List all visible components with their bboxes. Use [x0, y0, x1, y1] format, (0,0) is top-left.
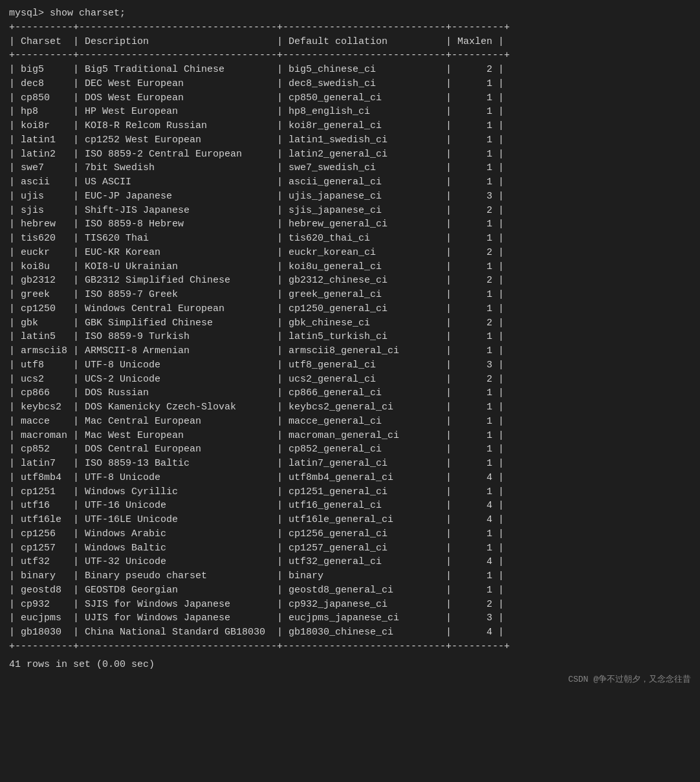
table-row: | latin7 | ISO 8859-13 Baltic | latin7_g…: [9, 457, 691, 471]
terminal: mysql> show charset; +----------+-------…: [9, 6, 691, 686]
table-row: | cp1250 | Windows Central European | cp…: [9, 302, 691, 316]
table-separator-header: +----------+----------------------------…: [9, 49, 691, 63]
table-row: | hebrew | ISO 8859-8 Hebrew | hebrew_ge…: [9, 217, 691, 232]
table-row: | tis620 | TIS620 Thai | tis620_thai_ci …: [9, 232, 691, 246]
table-row: | gb18030 | China National Standard GB18…: [9, 625, 691, 640]
table-row: | dec8 | DEC West European | dec8_swedis…: [9, 77, 691, 91]
table-row: | cp850 | DOS West European | cp850_gene…: [9, 91, 691, 105]
footer-line: 41 rows in set (0.00 sec): [9, 658, 691, 672]
watermark: CSDN @争不过朝夕，又念念往昔: [9, 674, 691, 686]
table-row: | utf32 | UTF-32 Unicode | utf32_general…: [9, 555, 691, 569]
table-row: | latin5 | ISO 8859-9 Turkish | latin5_t…: [9, 330, 691, 344]
command-line: mysql> show charset;: [9, 6, 691, 21]
table-row: | latin1 | cp1252 West European | latin1…: [9, 133, 691, 147]
table-row: | cp1257 | Windows Baltic | cp1257_gener…: [9, 541, 691, 556]
table-row: | swe7 | 7bit Swedish | swe7_swedish_ci …: [9, 161, 691, 175]
table-row: | sjis | Shift-JIS Japanese | sjis_japan…: [9, 204, 691, 218]
table-separator-bottom: +----------+----------------------------…: [9, 640, 691, 654]
table-row: | ujis | EUC-JP Japanese | ujis_japanese…: [9, 190, 691, 204]
table-row: | latin2 | ISO 8859-2 Central European |…: [9, 147, 691, 162]
table-row: | greek | ISO 8859-7 Greek | greek_gener…: [9, 288, 691, 302]
table-row: | gbk | GBK Simplified Chinese | gbk_chi…: [9, 316, 691, 331]
table-row: | gb2312 | GB2312 Simplified Chinese | g…: [9, 274, 691, 288]
table-row: | hp8 | HP West European | hp8_english_c…: [9, 105, 691, 119]
table-row: | keybcs2 | DOS Kamenicky Czech-Slovak |…: [9, 400, 691, 415]
table-row: | ucs2 | UCS-2 Unicode | ucs2_general_ci…: [9, 373, 691, 387]
table-separator-top: +----------+----------------------------…: [9, 21, 691, 35]
table-row: | cp1251 | Windows Cyrillic | cp1251_gen…: [9, 485, 691, 499]
table-row: | macroman | Mac West European | macroma…: [9, 429, 691, 443]
table-row: | macce | Mac Central European | macce_g…: [9, 415, 691, 429]
table-row: | armscii8 | ARMSCII-8 Armenian | armsci…: [9, 344, 691, 358]
table-row: | ascii | US ASCII | ascii_general_ci | …: [9, 175, 691, 190]
table-row: | utf16 | UTF-16 Unicode | utf16_general…: [9, 499, 691, 513]
table-row: | euckr | EUC-KR Korean | euckr_korean_c…: [9, 246, 691, 260]
table-row: | utf16le | UTF-16LE Unicode | utf16le_g…: [9, 513, 691, 527]
table-row: | eucjpms | UJIS for Windows Japanese | …: [9, 611, 691, 625]
table-row: | koi8u | KOI8-U Ukrainian | koi8u_gener…: [9, 260, 691, 274]
table-output: +----------+----------------------------…: [9, 21, 691, 654]
table-row: | geostd8 | GEOSTD8 Georgian | geostd8_g…: [9, 583, 691, 598]
table-row: | utf8 | UTF-8 Unicode | utf8_general_ci…: [9, 358, 691, 373]
table-header: | Charset | Description | Default collat…: [9, 35, 691, 49]
table-row: | cp932 | SJIS for Windows Japanese | cp…: [9, 598, 691, 612]
table-row: | cp866 | DOS Russian | cp866_general_ci…: [9, 386, 691, 400]
table-row: | cp1256 | Windows Arabic | cp1256_gener…: [9, 527, 691, 541]
table-row: | big5 | Big5 Traditional Chinese | big5…: [9, 63, 691, 77]
table-row: | cp852 | DOS Central European | cp852_g…: [9, 442, 691, 457]
table-row: | koi8r | KOI8-R Relcom Russian | koi8r_…: [9, 119, 691, 133]
table-row: | binary | Binary pseudo charset | binar…: [9, 569, 691, 583]
table-row: | utf8mb4 | UTF-8 Unicode | utf8mb4_gene…: [9, 471, 691, 485]
